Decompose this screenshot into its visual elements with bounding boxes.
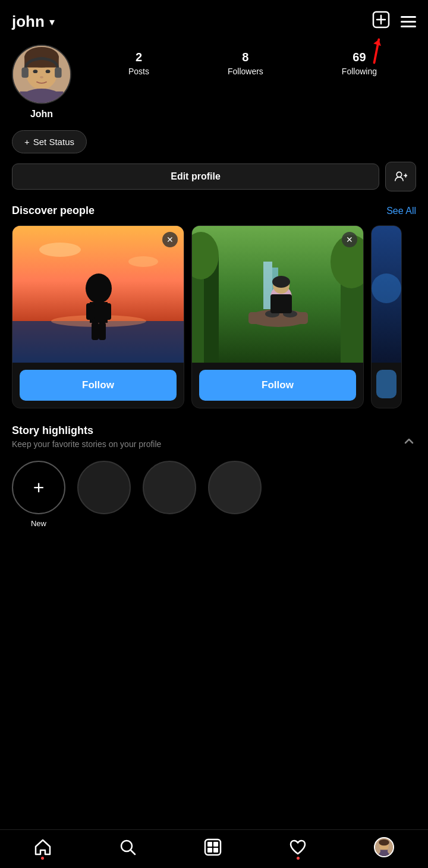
plus-icon: + [33, 477, 45, 499]
followers-label: Followers [228, 67, 263, 76]
add-person-button[interactable] [385, 162, 416, 191]
nav-profile-avatar [374, 837, 394, 857]
plus-icon: + [24, 137, 30, 147]
svg-point-22 [86, 273, 112, 303]
highlight-4-circle [208, 461, 262, 514]
highlights-row: + New [12, 461, 416, 528]
highlights-collapse-icon[interactable] [402, 434, 416, 452]
avatar-image [13, 46, 70, 103]
svg-rect-26 [92, 322, 99, 340]
nav-profile[interactable] [374, 837, 394, 857]
follow-button-2[interactable]: Follow [199, 370, 356, 401]
nav-activity[interactable] [289, 838, 307, 856]
svg-rect-49 [207, 842, 212, 847]
username-label[interactable]: john [12, 12, 45, 31]
set-status-button[interactable]: + Set Status [12, 130, 87, 153]
discover-title: Discover people [12, 205, 95, 217]
status-section: + Set Status [0, 119, 428, 153]
highlight-2[interactable] [77, 461, 131, 514]
followers-stat[interactable]: 8 Followers [228, 51, 263, 76]
edit-profile-section: Edit profile [0, 153, 428, 191]
highlight-3[interactable] [143, 461, 196, 514]
svg-rect-52 [213, 848, 218, 853]
discover-card-1: ✕ Follow [12, 225, 184, 408]
svg-rect-27 [99, 322, 106, 340]
close-card-1-button[interactable]: ✕ [162, 232, 178, 247]
header-left: john ▾ [12, 12, 55, 31]
svg-rect-56 [380, 850, 388, 856]
follow-button-1[interactable]: Follow [20, 370, 177, 401]
posts-stat[interactable]: 2 Posts [128, 51, 149, 76]
see-all-link[interactable]: See All [386, 206, 416, 216]
followers-count: 8 [242, 51, 248, 64]
svg-rect-32 [341, 279, 363, 363]
svg-point-16 [396, 172, 401, 177]
nav-search[interactable] [119, 838, 137, 856]
svg-point-13 [40, 76, 43, 78]
svg-point-12 [46, 70, 51, 73]
activity-dot [297, 857, 300, 860]
header-right [372, 11, 416, 33]
edit-profile-button[interactable]: Edit profile [12, 163, 379, 190]
avatar[interactable] [12, 45, 71, 104]
svg-rect-48 [205, 839, 221, 855]
svg-point-29 [128, 256, 158, 267]
svg-rect-10 [55, 67, 62, 77]
close-card-2-button[interactable]: ✕ [342, 232, 357, 247]
card-2-background [192, 226, 363, 363]
highlight-new[interactable]: + New [12, 461, 65, 528]
svg-point-42 [272, 276, 290, 288]
discover-cards: ✕ Follow [12, 225, 416, 411]
nav-reels[interactable] [204, 838, 222, 856]
highlight-new-circle: + [12, 461, 65, 514]
highlights-title-group: Story highlights Keep your favorite stor… [12, 424, 161, 461]
svg-rect-24 [86, 303, 95, 320]
card-2-image: ✕ [192, 226, 363, 363]
svg-rect-9 [21, 67, 29, 77]
highlight-4[interactable] [208, 461, 262, 514]
svg-rect-45 [270, 294, 292, 313]
nav-home[interactable] [34, 838, 52, 856]
home-active-dot [41, 857, 44, 860]
svg-point-55 [379, 839, 390, 846]
highlight-new-label: New [31, 519, 46, 528]
bottom-nav [0, 829, 428, 868]
menu-icon[interactable] [401, 16, 416, 27]
svg-point-11 [33, 70, 38, 73]
discover-header: Discover people See All [12, 205, 416, 217]
svg-point-28 [39, 243, 81, 257]
svg-line-47 [131, 850, 135, 854]
svg-rect-15 [20, 92, 64, 103]
posts-label: Posts [128, 67, 149, 76]
discover-card-2: ✕ Follow [191, 225, 364, 408]
svg-rect-25 [103, 303, 111, 320]
highlights-subtitle: Keep your favorite stories on your profi… [12, 439, 161, 449]
discover-section: Discover people See All [0, 191, 428, 411]
highlights-title: Story highlights [12, 424, 161, 437]
new-post-icon[interactable] [372, 11, 390, 33]
posts-count: 2 [136, 51, 142, 64]
avatar-container: John [12, 45, 71, 119]
highlight-3-circle [143, 461, 196, 514]
set-status-label: Set Status [33, 137, 74, 147]
display-name: John [30, 109, 53, 119]
svg-rect-50 [213, 842, 218, 847]
card-1-background [12, 226, 184, 363]
discover-card-3-partial [371, 225, 402, 408]
chevron-down-icon[interactable]: ▾ [49, 15, 55, 29]
highlights-header: Story highlights Keep your favorite stor… [12, 424, 416, 461]
svg-rect-51 [207, 848, 212, 853]
highlights-section: Story highlights Keep your favorite stor… [0, 411, 428, 528]
card-1-image: ✕ [12, 226, 184, 363]
red-arrow-indicator [360, 33, 395, 68]
highlight-2-circle [77, 461, 131, 514]
